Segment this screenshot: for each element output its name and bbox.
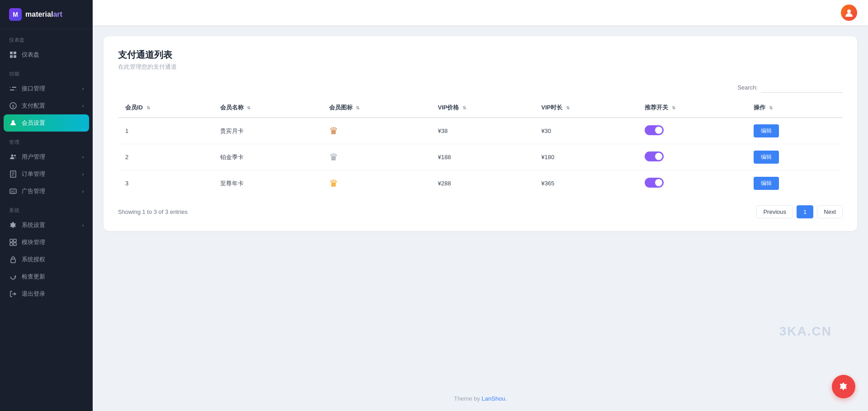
sidebar-item-system-settings-label: 系统设置	[22, 221, 45, 229]
cell-icon: ♛	[322, 144, 431, 170]
crown-silver-icon: ♛	[329, 151, 338, 163]
toggle-switch-2[interactable]	[645, 151, 664, 161]
sidebar-item-ads[interactable]: AD 广告管理 ›	[0, 183, 93, 200]
main-card: 支付通道列表 在此管理您的支付通道 Search: 会员ID ⇅ 会员名称	[104, 36, 857, 231]
svg-point-7	[14, 89, 16, 91]
table-row: 1 贵宾月卡 ♛ ¥38 ¥30 编辑	[118, 118, 843, 144]
page-1-button[interactable]: 1	[797, 205, 813, 218]
svg-point-12	[14, 155, 16, 156]
dashboard-icon	[9, 51, 17, 59]
col-header-icon[interactable]: 会员图标 ⇅	[322, 98, 431, 118]
col-header-duration[interactable]: VIP时长 ⇅	[534, 98, 637, 118]
sort-icon-action: ⇅	[769, 105, 773, 110]
cell-id: 1	[118, 118, 213, 144]
cell-duration: ¥365	[534, 170, 637, 197]
logo-icon: M	[9, 8, 22, 21]
cell-toggle	[637, 118, 746, 144]
page-subtitle: 在此管理您的支付通道	[118, 63, 843, 71]
cell-duration: ¥30	[534, 118, 637, 144]
table-row: 3 至尊年卡 ♛ ¥288 ¥365 编辑	[118, 170, 843, 197]
svg-text:AD: AD	[11, 190, 15, 193]
sidebar-item-ads-label: 广告管理	[22, 187, 45, 195]
sidebar-item-orders-label: 订单管理	[22, 170, 45, 178]
cell-toggle	[637, 144, 746, 170]
sidebar-item-users-label: 用户管理	[22, 153, 45, 161]
chevron-right-icon5: ›	[82, 189, 84, 194]
col-header-action[interactable]: 操作 ⇅	[746, 98, 843, 118]
svg-rect-19	[10, 239, 13, 242]
sidebar-item-dashboard[interactable]: 仪表盘	[0, 46, 93, 63]
footer-prefix: Theme by	[454, 395, 481, 402]
sidebar-item-update-label: 检查更新	[22, 273, 45, 281]
fab-settings-button[interactable]	[832, 375, 855, 398]
table-toolbar: Search:	[118, 82, 843, 93]
sidebar-item-update[interactable]: 检查更新	[0, 268, 93, 285]
footer-suffix: .	[505, 395, 507, 402]
logo-text-accent: art	[53, 10, 62, 18]
page-title: 支付通道列表	[118, 49, 843, 61]
sidebar-item-modules[interactable]: 模块管理	[0, 234, 93, 251]
svg-point-25	[847, 9, 851, 13]
col-header-price[interactable]: VIP价格 ⇅	[431, 98, 534, 118]
edit-button-3[interactable]: 编辑	[754, 177, 779, 190]
sort-icon-name: ⇅	[247, 105, 250, 110]
main-footer: Theme by LanShou.	[93, 386, 868, 411]
ad-icon: AD	[9, 187, 17, 195]
col-header-recommend[interactable]: 推荐开关 ⇅	[637, 98, 746, 118]
sidebar-item-payment[interactable]: $ 支付配置 ›	[0, 97, 93, 114]
svg-rect-21	[10, 243, 13, 246]
sidebar-item-api[interactable]: 接口管理 ›	[0, 80, 93, 97]
svg-rect-23	[11, 259, 15, 263]
cell-price: ¥38	[431, 118, 534, 144]
table-footer: Showing 1 to 3 of 3 entries Previous 1 N…	[118, 205, 843, 218]
data-table: 会员ID ⇅ 会员名称 ⇅ 会员图标 ⇅ VIP价格	[118, 98, 843, 196]
chevron-right-icon2: ›	[82, 104, 84, 109]
next-button[interactable]: Next	[817, 205, 843, 218]
chevron-right-icon6: ›	[82, 223, 84, 228]
sidebar-item-orders[interactable]: 订单管理 ›	[0, 165, 93, 183]
logo: M materialart	[0, 0, 93, 29]
cell-name: 贵宾月卡	[213, 118, 322, 144]
api-icon	[9, 85, 17, 93]
sidebar-item-auth[interactable]: 系统授权	[0, 251, 93, 268]
svg-rect-1	[14, 52, 16, 54]
cell-id: 2	[118, 144, 213, 170]
svg-rect-0	[10, 52, 13, 54]
toggle-switch-1[interactable]	[645, 125, 664, 135]
chevron-right-icon: ›	[82, 86, 84, 91]
cell-toggle	[637, 170, 746, 197]
cell-name: 铂金季卡	[213, 144, 322, 170]
svg-rect-3	[14, 55, 16, 58]
topbar	[93, 0, 868, 25]
update-icon	[9, 273, 17, 281]
cell-action: 编辑	[746, 118, 843, 144]
payment-icon: $	[9, 102, 17, 110]
sidebar-item-system-settings[interactable]: 系统设置 ›	[0, 217, 93, 234]
footer-link[interactable]: LanShou	[481, 395, 505, 402]
user-management-icon	[9, 153, 17, 161]
edit-button-1[interactable]: 编辑	[754, 124, 779, 137]
svg-text:$: $	[12, 104, 14, 109]
showing-text: Showing 1 to 3 of 3 entries	[118, 208, 188, 215]
avatar[interactable]	[841, 5, 857, 21]
table-row: 2 铂金季卡 ♛ ¥188 ¥180 编辑	[118, 144, 843, 170]
crown-gold-icon: ♛	[329, 178, 338, 189]
col-header-name[interactable]: 会员名称 ⇅	[213, 98, 322, 118]
pagination: Previous 1 Next	[756, 205, 843, 218]
sidebar-item-member[interactable]: 会员设置	[4, 114, 89, 132]
cell-duration: ¥180	[534, 144, 637, 170]
sidebar-item-payment-label: 支付配置	[22, 102, 45, 110]
sidebar-item-users[interactable]: 用户管理 ›	[0, 148, 93, 165]
sort-icon-recommend: ⇅	[672, 105, 675, 110]
col-header-id[interactable]: 会员ID ⇅	[118, 98, 213, 118]
search-input[interactable]	[761, 82, 843, 93]
previous-button[interactable]: Previous	[756, 205, 793, 218]
svg-point-11	[11, 155, 14, 157]
toggle-switch-3[interactable]	[645, 178, 664, 188]
member-icon	[9, 119, 17, 127]
content-area: 支付通道列表 在此管理您的支付通道 Search: 会员ID ⇅ 会员名称	[93, 25, 868, 386]
svg-point-6	[10, 86, 12, 88]
sidebar-item-logout[interactable]: 退出登录	[0, 285, 93, 302]
edit-button-2[interactable]: 编辑	[754, 151, 779, 164]
sidebar-item-modules-label: 模块管理	[22, 238, 45, 246]
